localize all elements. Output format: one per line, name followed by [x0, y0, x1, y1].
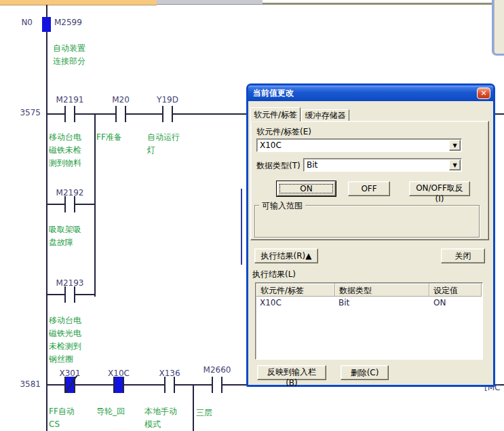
list-cell-device: X10C: [260, 298, 282, 307]
contact-label: M2660: [197, 365, 237, 375]
nest-label: N0: [9, 18, 33, 27]
top-tab-bar-gray: [157, 0, 263, 5]
no-contact-y19d[interactable]: [162, 106, 173, 122]
no-contact-x10c-on[interactable]: [113, 377, 124, 393]
nest-device-label: M2599: [54, 18, 82, 27]
close-button[interactable]: 关闭: [441, 248, 485, 263]
settable-range-label: 可输入范围: [259, 200, 305, 212]
rung-number: 3581: [18, 379, 41, 389]
top-tab-bar-orange: [0, 0, 157, 5]
close-icon[interactable]: ✕: [477, 88, 490, 99]
list-item[interactable]: X10C Bit ON: [256, 298, 482, 309]
no-contact-m2191[interactable]: [64, 106, 75, 122]
type-combo-value: Bit: [307, 160, 317, 170]
contact-comment: 本地手动 模式: [144, 405, 177, 431]
dialog-title-bar[interactable]: 当前值更改: [248, 86, 493, 101]
dialog-title: 当前值更改: [253, 88, 294, 98]
tab-buffer-memory[interactable]: 缓冲存储器: [301, 109, 349, 121]
contact-label: M20: [100, 95, 141, 105]
on-button[interactable]: ON: [277, 181, 336, 196]
no-contact-m2660[interactable]: [212, 377, 222, 393]
list-cell-type: Bit: [338, 298, 349, 307]
background-edge-stub: [241, 189, 242, 265]
list-cell-setvalue: ON: [433, 298, 446, 307]
execution-result-label: 执行结果(L): [252, 269, 296, 280]
type-field-label: 数据类型(T): [256, 160, 301, 172]
no-contact-x136[interactable]: [164, 377, 175, 393]
no-contact-m2193[interactable]: [64, 286, 75, 303]
execution-result-toggle-button[interactable]: 执行结果(R)▲: [254, 248, 318, 263]
plc-monitor-screen: { "ladder": { "nest_label": "N0", "nest_…: [0, 0, 504, 431]
nest-comment: 自动装置 连接部分: [53, 42, 85, 68]
delete-button[interactable]: 删除(C): [341, 365, 389, 380]
off-button[interactable]: OFF: [348, 181, 390, 196]
contact-label: Y19D: [147, 95, 188, 105]
contact-comment: 三层: [196, 407, 212, 419]
type-combo[interactable]: Bit ▼: [303, 158, 462, 172]
list-header-device[interactable]: 软元件/标签: [256, 284, 335, 297]
contact-comment: 自动运行 灯: [147, 131, 180, 157]
chevron-down-icon[interactable]: ▼: [449, 140, 461, 151]
device-combo[interactable]: X10C ▼: [256, 138, 462, 152]
rung-number: 3575: [18, 108, 41, 117]
list-header-type[interactable]: 数据类型: [335, 284, 429, 297]
contact-comment: FF准备: [96, 131, 122, 144]
contact-comment: 移动台电 磁铁未检 测到物料: [49, 131, 81, 170]
nc-contact-x301-on[interactable]: [64, 377, 75, 393]
list-header-setvalue[interactable]: 设定值: [429, 284, 482, 297]
background-window-fragment: [492, 0, 504, 56]
list-header-row: 软元件/标签 数据类型 设定值: [256, 284, 482, 297]
execution-result-list: 软元件/标签 数据类型 设定值 X10C Bit ON: [255, 282, 483, 360]
contact-comment: 吸取架吸 盘故障: [49, 223, 81, 249]
no-contact-m2192[interactable]: [64, 196, 75, 212]
branch-line: [94, 113, 96, 297]
branch-line: [193, 384, 194, 431]
top-tab-bar-edge: [263, 3, 492, 5]
chevron-down-icon[interactable]: ▼: [449, 160, 461, 170]
contact-comment: 移动台电 磁铁光电 未检测到 钢丝圈: [49, 314, 81, 366]
settable-range-group: 可输入范围: [254, 205, 480, 238]
reflect-to-input-button[interactable]: 反映到输入栏(B): [257, 365, 326, 380]
ladder-left-rail: [46, 5, 47, 431]
no-contact-m20[interactable]: [115, 106, 126, 122]
device-field-label: 软元件/标签(E): [256, 126, 311, 138]
contact-comment: 导轮_回: [96, 405, 125, 418]
contact-comment: FF自动 CS: [49, 405, 75, 431]
background-window-panel: [494, 0, 504, 54]
change-current-value-dialog: 当前值更改 ✕ 软元件/标签 缓冲存储器 软元件/标签(E) X10C ▼ 数据…: [246, 83, 495, 387]
nest-marker-on[interactable]: [42, 17, 51, 32]
contact-label: M2191: [50, 95, 90, 105]
device-combo-value: X10C: [260, 140, 282, 150]
tab-device-label[interactable]: 软元件/标签: [250, 107, 301, 121]
on-off-invert-button[interactable]: ON/OFF取反(I): [409, 181, 470, 196]
